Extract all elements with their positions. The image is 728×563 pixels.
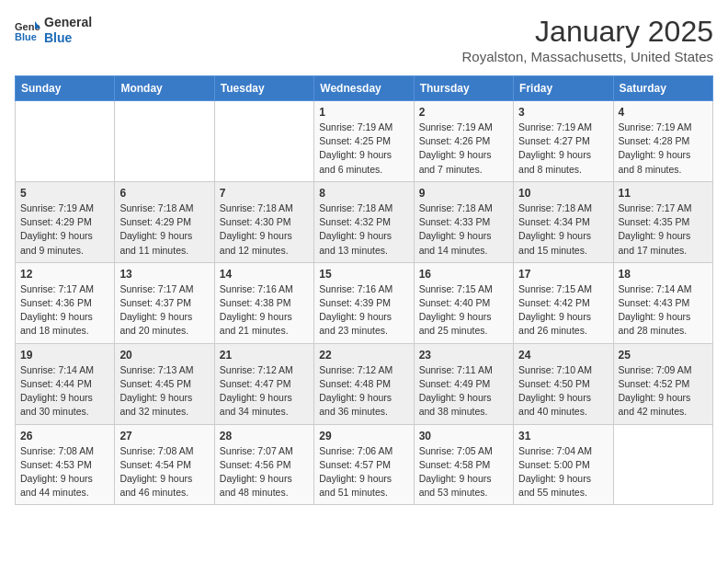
day-info: Sunrise: 7:18 AM Sunset: 4:34 PM Dayligh… <box>518 201 608 258</box>
calendar-cell: 23Sunrise: 7:11 AM Sunset: 4:49 PM Dayli… <box>414 343 513 424</box>
calendar-cell: 17Sunrise: 7:15 AM Sunset: 4:42 PM Dayli… <box>514 262 613 343</box>
logo-blue: Blue <box>44 30 92 46</box>
calendar-cell: 25Sunrise: 7:09 AM Sunset: 4:52 PM Dayli… <box>613 343 712 424</box>
day-info: Sunrise: 7:09 AM Sunset: 4:52 PM Dayligh… <box>619 363 708 419</box>
weekday-header-sunday: Sunday <box>16 76 115 101</box>
calendar-cell: 30Sunrise: 7:05 AM Sunset: 4:58 PM Dayli… <box>414 424 513 505</box>
day-number: 8 <box>319 187 408 200</box>
day-number: 20 <box>119 349 209 362</box>
logo: General Blue General Blue <box>15 15 92 46</box>
day-info: Sunrise: 7:08 AM Sunset: 4:54 PM Dayligh… <box>119 444 209 500</box>
calendar-cell: 14Sunrise: 7:16 AM Sunset: 4:38 PM Dayli… <box>214 262 313 343</box>
day-info: Sunrise: 7:15 AM Sunset: 4:42 PM Dayligh… <box>518 282 608 339</box>
day-info: Sunrise: 7:14 AM Sunset: 4:43 PM Dayligh… <box>619 282 708 339</box>
calendar-cell: 12Sunrise: 7:17 AM Sunset: 4:36 PM Dayli… <box>16 262 115 343</box>
day-number: 12 <box>20 268 109 281</box>
calendar-cell: 15Sunrise: 7:16 AM Sunset: 4:39 PM Dayli… <box>314 262 414 343</box>
location-title: Royalston, Massachusetts, United States <box>462 49 713 64</box>
calendar-cell: 26Sunrise: 7:08 AM Sunset: 4:53 PM Dayli… <box>16 424 115 505</box>
calendar-cell: 1Sunrise: 7:19 AM Sunset: 4:25 PM Daylig… <box>314 101 414 182</box>
day-info: Sunrise: 7:18 AM Sunset: 4:33 PM Dayligh… <box>419 201 508 258</box>
day-number: 4 <box>619 106 708 119</box>
calendar-cell: 16Sunrise: 7:15 AM Sunset: 4:40 PM Dayli… <box>414 262 513 343</box>
day-number: 16 <box>419 268 508 281</box>
day-info: Sunrise: 7:10 AM Sunset: 4:50 PM Dayligh… <box>518 363 608 419</box>
calendar-cell: 4Sunrise: 7:19 AM Sunset: 4:28 PM Daylig… <box>613 101 712 182</box>
day-number: 7 <box>220 187 309 200</box>
day-info: Sunrise: 7:12 AM Sunset: 4:48 PM Dayligh… <box>319 363 408 419</box>
day-info: Sunrise: 7:05 AM Sunset: 4:58 PM Dayligh… <box>419 444 508 500</box>
day-number: 15 <box>319 268 408 281</box>
calendar-cell: 13Sunrise: 7:17 AM Sunset: 4:37 PM Dayli… <box>115 262 214 343</box>
day-number: 29 <box>319 430 408 442</box>
day-number: 14 <box>220 268 309 281</box>
day-info: Sunrise: 7:16 AM Sunset: 4:38 PM Dayligh… <box>220 282 309 339</box>
day-info: Sunrise: 7:14 AM Sunset: 4:44 PM Dayligh… <box>20 363 109 419</box>
day-number: 25 <box>619 349 708 362</box>
day-info: Sunrise: 7:17 AM Sunset: 4:36 PM Dayligh… <box>20 282 109 339</box>
day-info: Sunrise: 7:17 AM Sunset: 4:35 PM Dayligh… <box>619 201 708 258</box>
day-number: 11 <box>619 187 708 200</box>
day-number: 22 <box>319 349 408 362</box>
day-number: 13 <box>119 268 209 281</box>
day-info: Sunrise: 7:19 AM Sunset: 4:26 PM Dayligh… <box>419 121 508 177</box>
day-info: Sunrise: 7:19 AM Sunset: 4:28 PM Dayligh… <box>619 121 708 177</box>
day-number: 30 <box>419 430 508 442</box>
calendar-cell: 31Sunrise: 7:04 AM Sunset: 5:00 PM Dayli… <box>514 424 613 505</box>
logo-icon: General Blue <box>15 19 40 41</box>
svg-text:Blue: Blue <box>15 31 37 41</box>
calendar-cell: 28Sunrise: 7:07 AM Sunset: 4:56 PM Dayli… <box>214 424 313 505</box>
week-row-2: 5Sunrise: 7:19 AM Sunset: 4:29 PM Daylig… <box>16 181 713 262</box>
day-info: Sunrise: 7:19 AM Sunset: 4:29 PM Dayligh… <box>20 201 109 258</box>
calendar-cell: 3Sunrise: 7:19 AM Sunset: 4:27 PM Daylig… <box>514 101 613 182</box>
day-info: Sunrise: 7:13 AM Sunset: 4:45 PM Dayligh… <box>119 363 209 419</box>
day-info: Sunrise: 7:19 AM Sunset: 4:25 PM Dayligh… <box>319 121 408 177</box>
calendar-cell: 10Sunrise: 7:18 AM Sunset: 4:34 PM Dayli… <box>514 181 613 262</box>
calendar-cell: 8Sunrise: 7:18 AM Sunset: 4:32 PM Daylig… <box>314 181 414 262</box>
day-number: 3 <box>518 106 608 119</box>
day-info: Sunrise: 7:07 AM Sunset: 4:56 PM Dayligh… <box>220 444 309 500</box>
calendar-cell: 24Sunrise: 7:10 AM Sunset: 4:50 PM Dayli… <box>514 343 613 424</box>
day-info: Sunrise: 7:18 AM Sunset: 4:30 PM Dayligh… <box>220 201 309 258</box>
day-info: Sunrise: 7:18 AM Sunset: 4:29 PM Dayligh… <box>119 201 209 258</box>
day-number: 2 <box>419 106 508 119</box>
header: General Blue General Blue January 2025 R… <box>15 15 713 64</box>
week-row-5: 26Sunrise: 7:08 AM Sunset: 4:53 PM Dayli… <box>16 424 713 505</box>
calendar-cell: 11Sunrise: 7:17 AM Sunset: 4:35 PM Dayli… <box>613 181 712 262</box>
day-info: Sunrise: 7:18 AM Sunset: 4:32 PM Dayligh… <box>319 201 408 258</box>
weekday-header-friday: Friday <box>514 76 613 101</box>
calendar-cell: 7Sunrise: 7:18 AM Sunset: 4:30 PM Daylig… <box>214 181 313 262</box>
day-number: 21 <box>220 349 309 362</box>
calendar-cell: 20Sunrise: 7:13 AM Sunset: 4:45 PM Dayli… <box>115 343 214 424</box>
calendar-cell: 21Sunrise: 7:12 AM Sunset: 4:47 PM Dayli… <box>214 343 313 424</box>
calendar-cell: 9Sunrise: 7:18 AM Sunset: 4:33 PM Daylig… <box>414 181 513 262</box>
calendar-cell <box>115 101 214 182</box>
weekday-header-wednesday: Wednesday <box>314 76 414 101</box>
day-number: 27 <box>119 430 209 442</box>
calendar-cell: 29Sunrise: 7:06 AM Sunset: 4:57 PM Dayli… <box>314 424 414 505</box>
day-number: 24 <box>518 349 608 362</box>
day-info: Sunrise: 7:06 AM Sunset: 4:57 PM Dayligh… <box>319 444 408 500</box>
day-info: Sunrise: 7:11 AM Sunset: 4:49 PM Dayligh… <box>419 363 508 419</box>
calendar-cell: 18Sunrise: 7:14 AM Sunset: 4:43 PM Dayli… <box>613 262 712 343</box>
day-info: Sunrise: 7:19 AM Sunset: 4:27 PM Dayligh… <box>518 121 608 177</box>
day-number: 6 <box>119 187 209 200</box>
weekday-header-monday: Monday <box>115 76 214 101</box>
weekday-header-tuesday: Tuesday <box>214 76 313 101</box>
day-number: 23 <box>419 349 508 362</box>
weekday-header-thursday: Thursday <box>414 76 513 101</box>
day-info: Sunrise: 7:08 AM Sunset: 4:53 PM Dayligh… <box>20 444 109 500</box>
calendar-cell <box>16 101 115 182</box>
calendar-cell: 19Sunrise: 7:14 AM Sunset: 4:44 PM Dayli… <box>16 343 115 424</box>
day-info: Sunrise: 7:04 AM Sunset: 5:00 PM Dayligh… <box>518 444 608 500</box>
day-number: 31 <box>518 430 608 442</box>
day-info: Sunrise: 7:12 AM Sunset: 4:47 PM Dayligh… <box>220 363 309 419</box>
calendar-cell <box>214 101 313 182</box>
calendar-cell: 22Sunrise: 7:12 AM Sunset: 4:48 PM Dayli… <box>314 343 414 424</box>
week-row-3: 12Sunrise: 7:17 AM Sunset: 4:36 PM Dayli… <box>16 262 713 343</box>
day-info: Sunrise: 7:15 AM Sunset: 4:40 PM Dayligh… <box>419 282 508 339</box>
week-row-4: 19Sunrise: 7:14 AM Sunset: 4:44 PM Dayli… <box>16 343 713 424</box>
week-row-1: 1Sunrise: 7:19 AM Sunset: 4:25 PM Daylig… <box>16 101 713 182</box>
calendar-cell: 5Sunrise: 7:19 AM Sunset: 4:29 PM Daylig… <box>16 181 115 262</box>
month-title: January 2025 <box>462 15 713 49</box>
